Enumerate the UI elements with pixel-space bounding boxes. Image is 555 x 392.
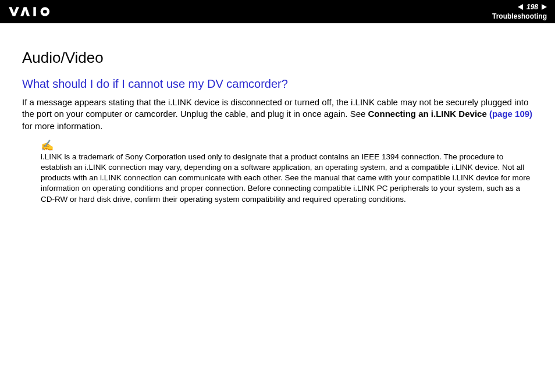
- body-text-bold: Connecting an i.LINK Device: [368, 109, 487, 119]
- vaio-logo: [8, 6, 66, 17]
- question-heading: What should I do if I cannot use my DV c…: [22, 77, 533, 91]
- next-page-arrow-icon[interactable]: [542, 4, 547, 10]
- svg-rect-0: [33, 7, 35, 16]
- page-reference-link[interactable]: (page 109): [487, 109, 532, 119]
- page-title: Audio/Video: [22, 49, 533, 67]
- body-text-post: for more information.: [22, 121, 102, 131]
- body-paragraph: If a message appears stating that the i.…: [22, 97, 533, 132]
- prev-page-arrow-icon[interactable]: [518, 4, 523, 10]
- note-text: i.LINK is a trademark of Sony Corporatio…: [41, 152, 533, 205]
- section-label: Troubleshooting: [492, 12, 547, 20]
- note-block: ✍ i.LINK is a trademark of Sony Corporat…: [41, 140, 533, 205]
- header-right: 198 Troubleshooting: [492, 3, 547, 20]
- page-navigator: 198: [492, 3, 547, 11]
- page-content: Audio/Video What should I do if I cannot…: [0, 23, 555, 205]
- header-bar: 198 Troubleshooting: [0, 0, 555, 23]
- note-icon: ✍: [41, 140, 533, 151]
- page-number: 198: [526, 3, 538, 11]
